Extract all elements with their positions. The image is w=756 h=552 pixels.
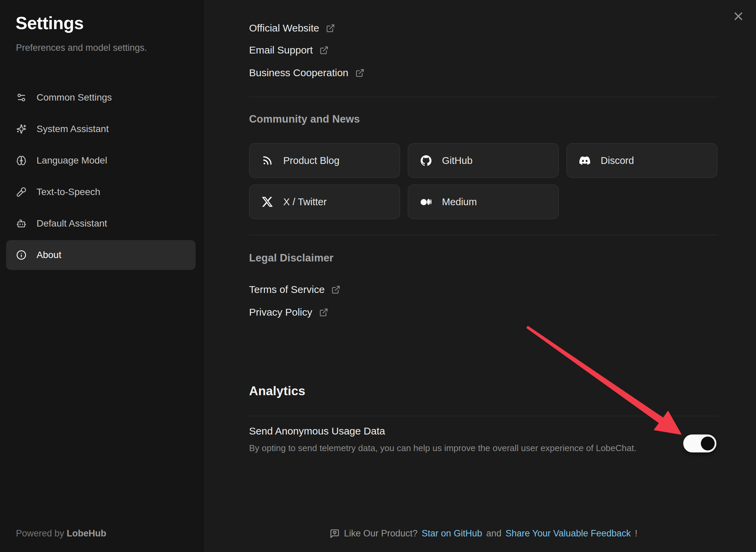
external-link-icon — [331, 285, 340, 294]
bot-icon — [16, 218, 26, 229]
settings-sidebar: Settings Preferences and model settings.… — [0, 0, 205, 552]
close-icon — [732, 10, 745, 23]
discord-button[interactable]: Discord — [566, 143, 717, 178]
close-button[interactable] — [731, 9, 746, 24]
divider — [249, 97, 718, 97]
privacy-policy-link[interactable]: Privacy Policy — [249, 305, 328, 320]
share-feedback-link[interactable]: Share Your Valuable Feedback — [506, 528, 631, 539]
star-on-github-link[interactable]: Star on GitHub — [422, 528, 482, 539]
sidebar-item-language-model[interactable]: Language Model — [6, 146, 196, 175]
info-icon — [16, 250, 26, 260]
button-label: Product Blog — [283, 155, 339, 166]
analytics-title: Analytics — [249, 384, 305, 398]
button-label: Discord — [601, 155, 634, 166]
button-label: Medium — [442, 196, 477, 208]
about-panel: Contact Us Official Website Email Suppor… — [205, 0, 756, 552]
sidebar-item-label: Default Assistant — [37, 218, 107, 229]
mic-icon — [16, 187, 26, 197]
usage-data-toggle[interactable] — [683, 434, 716, 452]
external-link-icon — [355, 68, 364, 78]
terms-of-service-link[interactable]: Terms of Service — [249, 282, 340, 297]
note-suffix: ! — [635, 528, 638, 539]
email-support-link[interactable]: Email Support — [249, 43, 329, 58]
community-title: Community and News — [249, 113, 360, 125]
note-prefix: Like Our Product? — [344, 528, 418, 539]
official-website-link[interactable]: Official Website — [249, 21, 335, 36]
external-link-icon — [326, 24, 335, 33]
medium-icon — [420, 196, 432, 208]
about-content: Contact Us Official Website Email Suppor… — [249, 0, 718, 552]
link-label: Business Cooperation — [249, 67, 349, 79]
sidebar-item-system-assistant[interactable]: System Assistant — [6, 114, 196, 144]
discord-icon — [579, 155, 591, 166]
sidebar-item-label: Text-to-Speech — [37, 187, 100, 197]
medium-button[interactable]: Medium — [408, 185, 559, 219]
feedback-note: Like Our Product? Star on GitHub and Sha… — [249, 528, 718, 539]
link-label: Email Support — [249, 44, 313, 56]
brain-icon — [16, 155, 26, 166]
sidebar-item-about[interactable]: About — [6, 240, 196, 270]
link-label: Terms of Service — [249, 284, 325, 295]
button-label: X / Twitter — [283, 196, 327, 208]
sparkles-icon — [16, 124, 26, 134]
legal-disclaimer-title: Legal Disclaimer — [249, 252, 334, 264]
rss-icon — [262, 155, 273, 166]
business-cooperation-link[interactable]: Business Cooperation — [249, 65, 364, 80]
github-icon — [420, 155, 432, 166]
usage-data-label: Send Anonymous Usage Data — [249, 425, 385, 437]
sidebar-item-label: Common Settings — [37, 92, 112, 103]
divider — [249, 416, 718, 416]
sidebar-item-label: Language Model — [37, 155, 107, 166]
contact-us-title: Contact Us — [249, 0, 305, 1]
link-label: Privacy Policy — [249, 306, 312, 318]
powered-by-text: Powered by — [16, 528, 64, 538]
powered-by: Powered by LobeHub — [16, 528, 106, 539]
sidebar-item-label: System Assistant — [37, 124, 109, 134]
product-blog-button[interactable]: Product Blog — [249, 143, 400, 178]
link-label: Official Website — [249, 22, 319, 34]
button-label: GitHub — [442, 155, 472, 166]
sidebar-item-text-to-speech[interactable]: Text-to-Speech — [6, 177, 196, 207]
note-middle: and — [486, 528, 502, 539]
usage-data-description: By opting to send telemetry data, you ca… — [249, 443, 637, 453]
sliders-icon — [16, 92, 26, 103]
sidebar-item-default-assistant[interactable]: Default Assistant — [6, 209, 196, 238]
sidebar-item-label: About — [37, 250, 61, 260]
external-link-icon — [319, 46, 329, 55]
divider — [249, 235, 718, 235]
github-button[interactable]: GitHub — [408, 143, 559, 178]
external-link-icon — [319, 308, 328, 317]
sidebar-item-common-settings[interactable]: Common Settings — [6, 83, 196, 112]
sidebar-nav: Common Settings System Assistant Languag… — [6, 83, 196, 272]
page-subtitle: Preferences and model settings. — [16, 43, 147, 53]
lobehub-brand: LobeHub — [67, 528, 106, 538]
page-title: Settings — [16, 13, 84, 33]
x-twitter-button[interactable]: X / Twitter — [249, 185, 400, 219]
settings-modal: Settings Preferences and model settings.… — [0, 0, 756, 552]
x-twitter-icon — [262, 196, 273, 208]
message-heart-icon — [330, 529, 340, 539]
toggle-knob — [701, 437, 715, 450]
